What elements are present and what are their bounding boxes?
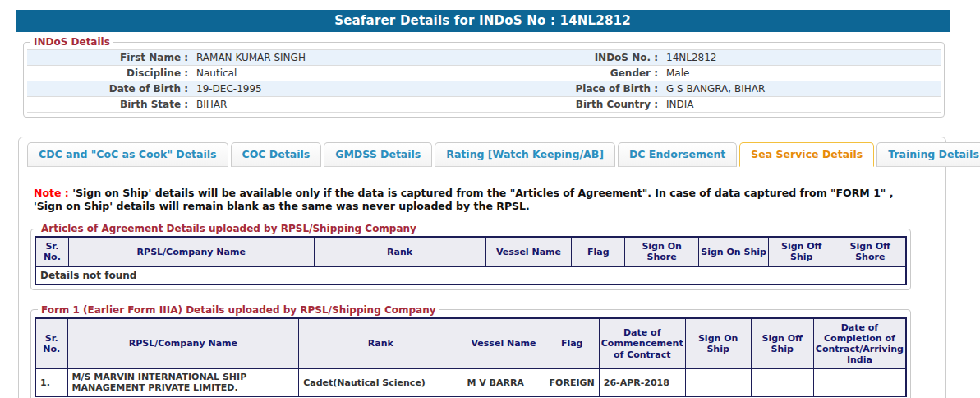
discipline-value: Nautical [191,67,467,79]
col-rpsl-company-name: RPSL/Company Name [67,318,299,369]
indos-details-legend: INDoS Details [30,36,113,48]
col-date-of-completion: Date of Completion of Contract/Arriving … [813,318,906,369]
table-row: 1. M/S MARVIN INTERNATIONAL SHIP MANAGEM… [35,369,906,397]
cell-completion-date [813,369,906,397]
tab-rating-watch-keeping-ab[interactable]: Rating [Watch Keeping/AB] [435,142,615,167]
gender-value: Male [661,67,941,79]
table-row: Details not found [35,266,906,285]
col-flag: Flag [545,318,599,369]
articles-of-agreement-legend: Articles of Agreement Details uploaded b… [38,223,420,234]
birth-state-value: BIHAR [191,99,467,110]
note-prefix: Note : [34,187,69,199]
col-sign-off-ship: Sign Off Ship [768,237,835,266]
tab-cdc-coc-as-cook-details[interactable]: CDC and "CoC as Cook" Details [27,142,228,167]
tab-gmdss-details[interactable]: GMDSS Details [324,142,432,167]
form1-fieldset: Form 1 (Earlier Form IIIA) Details uploa… [30,304,911,398]
tab-coc-details[interactable]: COC Details [231,142,322,167]
col-sign-off-ship: Sign Off Ship [751,318,813,369]
indos-row-state: Birth State : BIHAR Birth Country : INDI… [27,97,941,113]
col-rpsl-company-name: RPSL/Company Name [68,237,314,266]
articles-of-agreement-fieldset: Articles of Agreement Details uploaded b… [30,223,911,289]
sign-on-ship-note: Note : 'Sign on Ship' details will be av… [34,187,921,212]
tab-sea-service-details[interactable]: Sea Service Details [739,142,874,167]
indos-row-birth: Date of Birth : 19-DEC-1995 Place of Bir… [27,81,941,97]
col-rank: Rank [299,318,462,369]
articles-of-agreement-table: Sr. No. RPSL/Company Name Rank Vessel Na… [35,236,907,285]
indos-row-name: First Name : RAMAN KUMAR SINGH INDoS No.… [27,49,941,66]
col-sign-on-ship: Sign On Ship [699,237,769,266]
gender-label: Gender : [467,67,661,79]
form1-legend: Form 1 (Earlier Form IIIA) Details uploa… [38,304,439,316]
date-of-birth-label: Date of Birth : [27,83,191,95]
col-sr-no: Sr. No. [35,318,67,369]
cell-sign-on-ship [685,369,751,397]
first-name-value: RAMAN KUMAR SINGH [191,52,467,63]
birth-state-label: Birth State : [27,99,191,110]
col-sign-on-shore: Sign On Shore [625,237,699,266]
page-title: Seafarer Details for INDoS No : 14NL2812 [334,13,631,28]
birth-country-value: INDIA [661,99,941,110]
note-text: 'Sign on Ship' details will be available… [34,187,893,212]
col-sr-no: Sr. No. [35,237,68,266]
seafarer-details-page: Seafarer Details for INDoS No : 14NL2812… [0,0,980,398]
col-sign-off-shore: Sign Off Shore [835,237,906,266]
col-flag: Flag [572,237,625,266]
tab-bar: CDC and "CoC as Cook" Details COC Detail… [19,142,945,167]
sea-service-tab-panel: CDC and "CoC as Cook" Details COC Detail… [18,137,946,398]
indos-no-label: INDoS No. : [467,52,661,63]
indos-details-fieldset: INDoS Details First Name : RAMAN KUMAR S… [23,36,945,118]
tab-dc-endorsement[interactable]: DC Endorsement [618,142,737,167]
indos-no-value: 14NL2812 [661,52,941,63]
form1-header-row: Sr. No. RPSL/Company Name Rank Vessel Na… [35,318,906,369]
place-of-birth-value: G S BANGRA, BIHAR [661,83,941,95]
form1-table: Sr. No. RPSL/Company Name Rank Vessel Na… [35,317,907,398]
col-vessel-name: Vessel Name [485,237,572,266]
cell-sign-off-ship [751,369,813,397]
tab-training-details[interactable]: Training Details [876,142,980,167]
col-vessel-name: Vessel Name [462,318,545,369]
discipline-label: Discipline : [27,67,191,79]
birth-country-label: Birth Country : [467,99,661,110]
details-not-found-message: Details not found [35,266,906,285]
place-of-birth-label: Place of Birth : [467,83,661,95]
cell-sr-no: 1. [35,369,67,397]
cell-flag: FOREIGN [545,369,599,397]
cell-rank: Cadet(Nautical Science) [299,369,462,397]
date-of-birth-value: 19-DEC-1995 [191,83,467,95]
col-rank: Rank [314,237,485,266]
col-date-of-commencement: Date of Commencement of Contract [599,318,685,369]
col-sign-on-ship: Sign On Ship [685,318,751,369]
first-name-label: First Name : [27,52,191,63]
indos-row-discipline: Discipline : Nautical Gender : Male [27,66,941,81]
page-title-bar: Seafarer Details for INDoS No : 14NL2812 [16,10,950,32]
cell-vessel-name: M V BARRA [462,369,545,397]
cell-commencement-date: 26-APR-2018 [599,369,685,397]
articles-header-row: Sr. No. RPSL/Company Name Rank Vessel Na… [35,237,906,266]
cell-company-name: M/S MARVIN INTERNATIONAL SHIP MANAGEMENT… [67,369,299,397]
